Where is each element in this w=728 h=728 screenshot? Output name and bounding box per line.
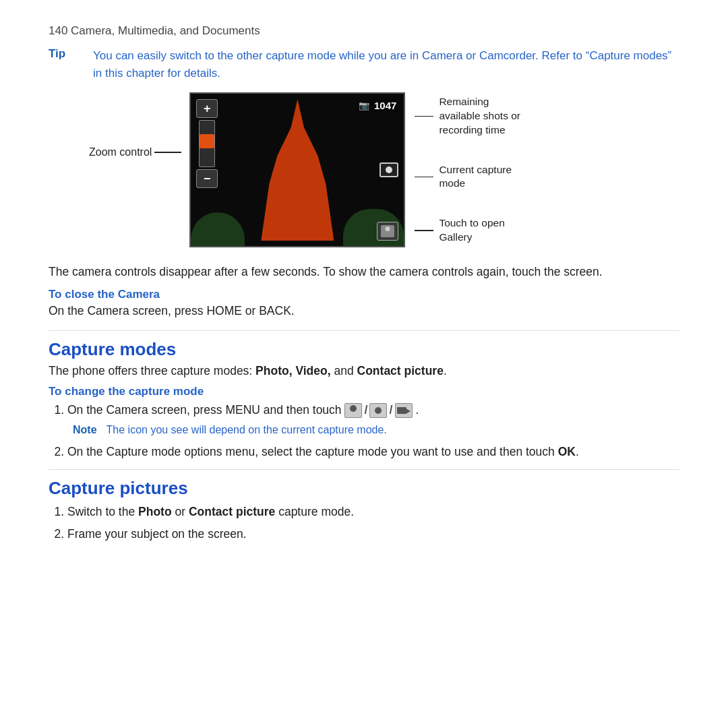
capture-modes-desc-part1: The phone offers three capture modes: (49, 364, 255, 377)
page-header: 140 Camera, Multimedia, and Documents (49, 24, 679, 38)
current-capture-label: Current capture mode (415, 163, 520, 191)
capture-modes-desc: The phone offers three capture modes: Ph… (49, 364, 679, 378)
cam-zoom-controls: + − (196, 99, 218, 188)
cam-counter: 1047 (372, 99, 398, 112)
cam-zoom-slider[interactable] (199, 120, 215, 167)
cam-gallery-area (377, 222, 398, 241)
capture-modes-bold1: Photo, Video, (255, 364, 331, 377)
camera-icon (369, 403, 387, 418)
zoom-control-label-row: Zoom control (89, 146, 181, 158)
capture-pictures-section: Capture pictures Switch to the Photo or … (49, 478, 679, 543)
cam-zoom-minus[interactable]: − (196, 169, 218, 188)
slash-2: / (389, 401, 392, 420)
remaining-text: Remaining available shots or recording t… (439, 95, 520, 138)
close-camera-heading: To close the Camera (49, 288, 679, 301)
cam-mode-icon-area (380, 162, 398, 177)
step1-text: On the Camera screen, press MENU and the… (67, 403, 342, 417)
current-capture-text: Current capture mode (439, 163, 512, 191)
diagram-right: Remaining available shots or recording t… (415, 92, 520, 247)
cam-counter-area: 📷 1047 (359, 99, 398, 112)
step2-text-part1: On the Capture mode options menu, select… (67, 445, 558, 458)
zoom-dash-line (154, 152, 181, 153)
cam-gallery-inner (381, 225, 394, 237)
diagram-left: Zoom control (89, 146, 181, 158)
capture-step1-bold2: Contact picture (189, 505, 275, 518)
icon-set: / / (344, 401, 412, 420)
camera-diagram: Zoom control + − 📷 1047 (89, 92, 679, 247)
capture-step1-bold1: Photo (138, 505, 172, 518)
remaining-dash (415, 116, 433, 117)
cam-gallery-icon[interactable] (377, 222, 398, 241)
person-icon (344, 403, 362, 418)
page-container: 140 Camera, Multimedia, and Documents Ti… (0, 0, 728, 574)
close-camera-body: On the Camera screen, press HOME or BACK… (49, 304, 679, 318)
body-text-controls: The camera controls disappear after a fe… (49, 262, 679, 281)
capture-step-2: Frame your subject on the screen. (67, 525, 679, 543)
capture-step1-part2: or (172, 505, 189, 518)
note-row: Note The icon you see will depend on the… (73, 422, 679, 439)
capture-step-1: Switch to the Photo or Contact picture c… (67, 503, 679, 521)
divider-2 (49, 469, 679, 470)
capture-pictures-steps: Switch to the Photo or Contact picture c… (67, 503, 679, 543)
tip-label: Tip (49, 47, 81, 82)
capture-modes-title: Capture modes (49, 339, 679, 360)
zoom-control-label: Zoom control (89, 146, 152, 158)
cam-zoom-plus[interactable]: + (196, 99, 218, 118)
cam-gallery-person (386, 226, 390, 231)
gallery-text: Touch to open Gallery (439, 216, 504, 245)
note-text: The icon you see will depend on the curr… (107, 422, 387, 439)
cam-zoom-handle (200, 134, 214, 148)
capture-modes-desc-part2: and (331, 364, 357, 377)
gallery-label: Touch to open Gallery (415, 216, 520, 245)
tip-row: Tip You can easily switch to the other c… (49, 47, 679, 82)
step1-end: . (415, 403, 419, 417)
step-1: On the Camera screen, press MENU and the… (67, 401, 679, 439)
current-capture-dash (415, 177, 433, 178)
capture-modes-bold2: Contact picture (357, 364, 444, 377)
capture-step1-part1: Switch to the (67, 505, 138, 518)
remaining-label: Remaining available shots or recording t… (415, 95, 520, 138)
slash-1: / (364, 401, 367, 420)
step-2: On the Capture mode options menu, select… (67, 443, 679, 461)
note-label: Note (73, 422, 97, 439)
gallery-dash (415, 230, 433, 231)
cam-mode-icon (380, 162, 398, 177)
divider (49, 330, 679, 331)
change-capture-mode-section: To change the capture mode On the Camera… (49, 385, 679, 461)
step2-text-part2: . (576, 445, 579, 458)
change-capture-mode-heading: To change the capture mode (49, 385, 679, 398)
step2-ok-bold: OK (558, 445, 576, 458)
capture-modes-section: Capture modes The phone offers three cap… (49, 339, 679, 461)
capture-modes-desc-part3: . (444, 364, 447, 377)
close-camera-section: To close the Camera On the Camera screen… (49, 288, 679, 318)
cam-counter-icon: 📷 (359, 100, 369, 111)
cam-mode-dot (386, 166, 392, 173)
capture-pictures-title: Capture pictures (49, 478, 679, 499)
step1-icons: / / (344, 403, 415, 417)
tip-text: You can easily switch to the other captu… (93, 47, 679, 82)
video-icon (395, 403, 413, 418)
change-capture-mode-steps: On the Camera screen, press MENU and the… (67, 401, 679, 461)
camera-image: + − 📷 1047 (189, 92, 405, 247)
capture-step1-part3: capture mode. (275, 505, 354, 518)
